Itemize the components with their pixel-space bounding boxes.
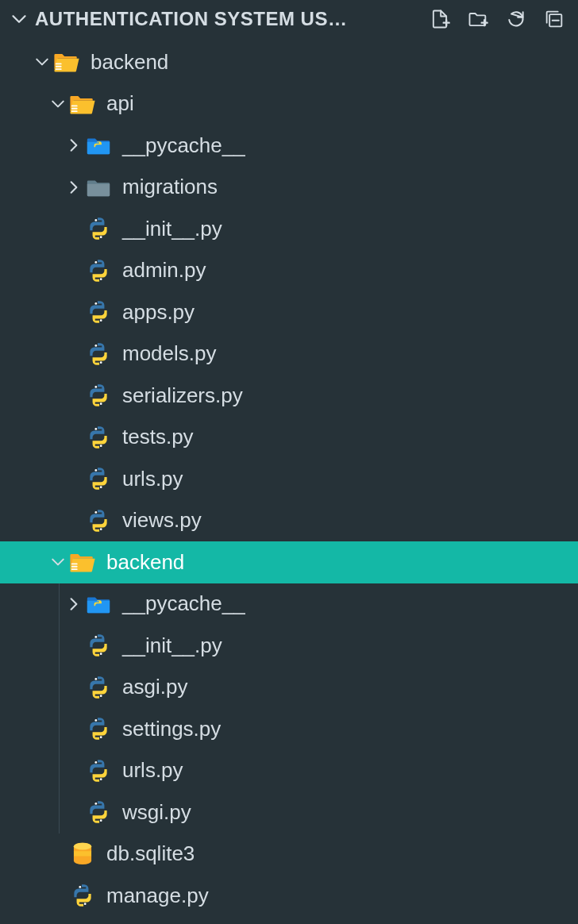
svg-rect-26 bbox=[71, 568, 78, 570]
svg-point-33 bbox=[100, 736, 102, 738]
svg-rect-1 bbox=[56, 64, 62, 65]
svg-point-35 bbox=[100, 778, 102, 780]
svg-rect-4 bbox=[71, 105, 78, 106]
tree-row[interactable]: backend bbox=[0, 41, 578, 83]
tree-item-label: __pycache__ bbox=[122, 591, 245, 616]
explorer-actions bbox=[426, 5, 572, 33]
python-icon bbox=[84, 673, 113, 702]
tree-row[interactable]: backend bbox=[0, 541, 578, 583]
python-icon bbox=[84, 298, 113, 326]
svg-point-31 bbox=[100, 695, 102, 697]
chevron-right-icon[interactable] bbox=[64, 594, 84, 614]
tree-item-label: tests.py bbox=[122, 425, 194, 449]
svg-point-29 bbox=[100, 653, 102, 655]
new-file-icon[interactable] bbox=[426, 5, 454, 33]
tree-item-label: backend bbox=[91, 50, 168, 75]
python-icon bbox=[84, 464, 113, 493]
python-icon bbox=[84, 714, 113, 743]
python-icon bbox=[84, 256, 113, 285]
folder-py-icon bbox=[84, 590, 113, 618]
svg-rect-5 bbox=[71, 108, 78, 110]
python-icon bbox=[84, 757, 113, 785]
svg-point-9 bbox=[100, 236, 102, 238]
indent-guide bbox=[59, 583, 60, 626]
svg-point-39 bbox=[74, 843, 91, 850]
indent-guide bbox=[59, 667, 60, 709]
explorer-header: AUTHENTICATION SYSTEM US… bbox=[0, 0, 578, 38]
tree-row[interactable]: views.py bbox=[0, 500, 578, 542]
svg-point-13 bbox=[100, 319, 102, 321]
python-icon bbox=[84, 631, 113, 660]
svg-point-11 bbox=[100, 278, 102, 280]
tree-item-label: __init__.py bbox=[122, 217, 222, 241]
indent-guide bbox=[59, 708, 60, 750]
folder-icon bbox=[84, 173, 113, 202]
tree-item-label: apps.py bbox=[122, 300, 195, 325]
svg-point-18 bbox=[94, 428, 97, 430]
tree-row[interactable]: tests.py bbox=[0, 417, 578, 459]
tree-item-label: __pycache__ bbox=[122, 133, 245, 158]
database-icon bbox=[68, 840, 97, 868]
new-folder-icon[interactable] bbox=[464, 5, 492, 33]
tree-row[interactable]: __init__.py bbox=[0, 625, 578, 667]
svg-point-32 bbox=[94, 719, 97, 722]
python-icon bbox=[68, 881, 97, 910]
indent-guide bbox=[59, 750, 60, 792]
svg-point-15 bbox=[100, 361, 102, 364]
svg-point-30 bbox=[94, 678, 97, 680]
tree-row[interactable]: __pycache__ bbox=[0, 583, 578, 626]
tree-row[interactable]: urls.py bbox=[0, 750, 578, 792]
tree-row[interactable]: models.py bbox=[0, 333, 578, 375]
indent-guide bbox=[59, 625, 60, 667]
python-icon bbox=[84, 423, 113, 452]
svg-point-12 bbox=[94, 302, 97, 305]
tree-row[interactable]: serializers.py bbox=[0, 375, 578, 417]
tree-row[interactable]: asgi.py bbox=[0, 667, 578, 709]
svg-point-17 bbox=[100, 402, 102, 405]
indent-guide bbox=[59, 791, 60, 834]
tree-item-label: migrations bbox=[122, 175, 218, 199]
tree-item-label: asgi.py bbox=[122, 675, 187, 699]
tree-row[interactable]: settings.py bbox=[0, 708, 578, 750]
svg-rect-2 bbox=[56, 66, 62, 67]
svg-point-10 bbox=[94, 261, 97, 264]
svg-point-37 bbox=[100, 819, 102, 822]
chevron-down-icon[interactable] bbox=[48, 552, 68, 572]
tree-row[interactable]: urls.py bbox=[0, 458, 578, 500]
svg-point-27 bbox=[98, 601, 98, 602]
refresh-icon[interactable] bbox=[502, 5, 530, 33]
tree-item-label: manage.py bbox=[106, 884, 209, 908]
svg-point-16 bbox=[94, 386, 97, 388]
chevron-down-icon[interactable] bbox=[32, 52, 52, 72]
svg-point-36 bbox=[94, 803, 97, 805]
tree-item-label: admin.py bbox=[122, 258, 206, 283]
svg-point-20 bbox=[94, 469, 97, 472]
folder-open-icon bbox=[68, 548, 97, 576]
tree-row[interactable]: db.sqlite3 bbox=[0, 834, 578, 876]
svg-point-22 bbox=[94, 511, 97, 514]
svg-point-40 bbox=[79, 886, 81, 888]
tree-item-label: urls.py bbox=[122, 758, 183, 783]
header-collapse-chevron[interactable] bbox=[6, 11, 32, 27]
tree-row[interactable]: api bbox=[0, 83, 578, 125]
python-icon bbox=[84, 381, 113, 410]
chevron-right-icon[interactable] bbox=[64, 135, 84, 156]
tree-row[interactable]: migrations bbox=[0, 167, 578, 209]
tree-row[interactable]: wsgi.py bbox=[0, 791, 578, 834]
chevron-down-icon[interactable] bbox=[48, 94, 68, 114]
tree-row[interactable]: admin.py bbox=[0, 250, 578, 292]
folder-open-icon bbox=[68, 90, 97, 118]
svg-point-21 bbox=[100, 486, 102, 488]
python-icon bbox=[84, 214, 113, 243]
tree-row[interactable]: apps.py bbox=[0, 291, 578, 333]
tree-row[interactable]: manage.py bbox=[0, 875, 578, 917]
svg-point-41 bbox=[84, 903, 87, 905]
tree-item-label: views.py bbox=[122, 508, 202, 533]
svg-rect-6 bbox=[71, 110, 78, 112]
file-tree: backendapi__pycache__migrations__init__.… bbox=[0, 38, 578, 917]
tree-item-label: wsgi.py bbox=[122, 800, 191, 825]
tree-row[interactable]: __init__.py bbox=[0, 208, 578, 250]
collapse-all-icon[interactable] bbox=[540, 5, 568, 33]
chevron-right-icon[interactable] bbox=[64, 177, 84, 198]
tree-row[interactable]: __pycache__ bbox=[0, 125, 578, 167]
